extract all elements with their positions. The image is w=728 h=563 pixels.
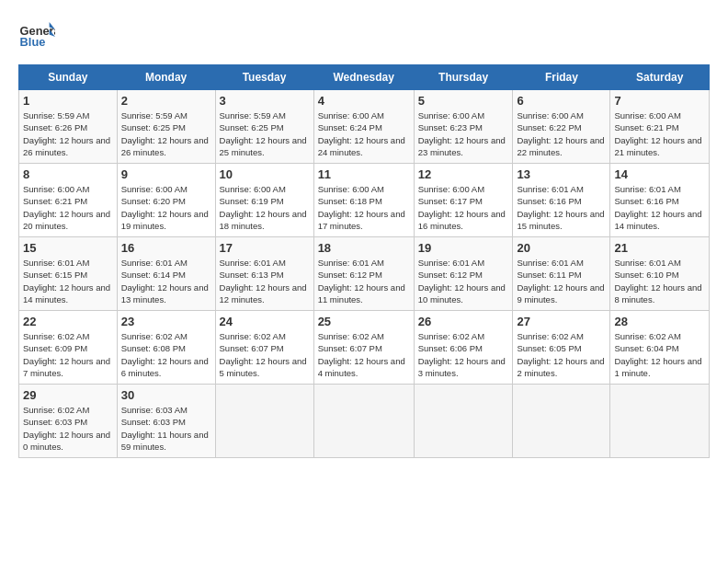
calendar-table: SundayMondayTuesdayWednesdayThursdayFrid… [18, 64, 710, 458]
day-number: 27 [517, 315, 606, 328]
day-detail: Sunrise: 6:03 AMSunset: 6:03 PMDaylight:… [121, 405, 209, 452]
logo: General Blue [18, 18, 60, 55]
day-number: 4 [318, 94, 410, 108]
calendar-cell: 15 Sunrise: 6:01 AMSunset: 6:15 PMDaylig… [19, 237, 118, 311]
calendar-cell: 26 Sunrise: 6:02 AMSunset: 6:06 PMDaylig… [414, 311, 513, 385]
calendar-cell: 16 Sunrise: 6:01 AMSunset: 6:14 PMDaylig… [117, 237, 215, 311]
day-number: 25 [318, 315, 410, 328]
day-number: 6 [517, 94, 606, 108]
day-detail: Sunrise: 6:02 AMSunset: 6:04 PMDaylight:… [614, 331, 701, 378]
calendar-cell: 30 Sunrise: 6:03 AMSunset: 6:03 PMDaylig… [117, 385, 215, 458]
day-number: 14 [614, 167, 705, 181]
calendar-cell: 1 Sunrise: 5:59 AMSunset: 6:26 PMDayligh… [19, 90, 118, 164]
day-number: 29 [23, 388, 113, 402]
day-detail: Sunrise: 6:00 AMSunset: 6:18 PMDaylight:… [318, 184, 405, 231]
header: General Blue [18, 18, 710, 55]
day-detail: Sunrise: 6:02 AMSunset: 6:06 PMDaylight:… [418, 331, 506, 378]
day-header-saturday: Saturday [610, 65, 710, 90]
calendar-header-row: SundayMondayTuesdayWednesdayThursdayFrid… [19, 65, 710, 90]
calendar-cell: 27 Sunrise: 6:02 AMSunset: 6:05 PMDaylig… [513, 311, 610, 385]
calendar-cell: 23 Sunrise: 6:02 AMSunset: 6:08 PMDaylig… [117, 311, 215, 385]
day-number: 13 [517, 167, 606, 181]
day-number: 9 [121, 167, 211, 181]
day-number: 28 [614, 315, 705, 328]
day-number: 12 [418, 167, 509, 181]
day-detail: Sunrise: 6:01 AMSunset: 6:13 PMDaylight:… [220, 258, 307, 304]
calendar-cell: 11 Sunrise: 6:00 AMSunset: 6:18 PMDaylig… [313, 164, 414, 237]
calendar-cell: 14 Sunrise: 6:01 AMSunset: 6:16 PMDaylig… [610, 164, 710, 237]
day-detail: Sunrise: 6:02 AMSunset: 6:07 PMDaylight:… [318, 331, 405, 378]
day-number: 22 [23, 315, 113, 328]
day-number: 17 [220, 241, 310, 255]
calendar-week-row: 8 Sunrise: 6:00 AMSunset: 6:21 PMDayligh… [19, 164, 710, 237]
calendar-cell: 21 Sunrise: 6:01 AMSunset: 6:10 PMDaylig… [610, 237, 710, 311]
day-detail: Sunrise: 6:00 AMSunset: 6:20 PMDaylight:… [121, 184, 209, 231]
day-detail: Sunrise: 6:01 AMSunset: 6:14 PMDaylight:… [121, 258, 209, 304]
calendar-cell [313, 385, 414, 458]
calendar-cell: 24 Sunrise: 6:02 AMSunset: 6:07 PMDaylig… [215, 311, 313, 385]
calendar-cell: 19 Sunrise: 6:01 AMSunset: 6:12 PMDaylig… [414, 237, 513, 311]
calendar-cell: 22 Sunrise: 6:02 AMSunset: 6:09 PMDaylig… [19, 311, 118, 385]
calendar-body: 1 Sunrise: 5:59 AMSunset: 6:26 PMDayligh… [19, 90, 710, 458]
logo-icon: General Blue [18, 18, 55, 55]
day-detail: Sunrise: 6:02 AMSunset: 6:09 PMDaylight:… [23, 331, 110, 378]
calendar-cell: 9 Sunrise: 6:00 AMSunset: 6:20 PMDayligh… [117, 164, 215, 237]
day-number: 3 [220, 94, 310, 108]
calendar-cell [215, 385, 313, 458]
day-detail: Sunrise: 5:59 AMSunset: 6:25 PMDaylight:… [121, 110, 209, 157]
day-number: 15 [23, 241, 113, 255]
calendar-week-row: 1 Sunrise: 5:59 AMSunset: 6:26 PMDayligh… [19, 90, 710, 164]
day-number: 21 [614, 241, 705, 255]
day-detail: Sunrise: 6:01 AMSunset: 6:11 PMDaylight:… [517, 258, 604, 304]
day-detail: Sunrise: 6:01 AMSunset: 6:10 PMDaylight:… [614, 258, 701, 304]
calendar-cell: 3 Sunrise: 5:59 AMSunset: 6:25 PMDayligh… [215, 90, 313, 164]
svg-text:Blue: Blue [20, 35, 46, 49]
day-detail: Sunrise: 6:02 AMSunset: 6:08 PMDaylight:… [121, 331, 209, 378]
day-header-thursday: Thursday [414, 65, 513, 90]
day-number: 2 [121, 94, 211, 108]
day-header-sunday: Sunday [19, 65, 118, 90]
day-number: 7 [614, 94, 705, 108]
calendar-cell: 5 Sunrise: 6:00 AMSunset: 6:23 PMDayligh… [414, 90, 513, 164]
calendar-cell [513, 385, 610, 458]
day-detail: Sunrise: 5:59 AMSunset: 6:26 PMDaylight:… [23, 110, 110, 157]
calendar-cell [414, 385, 513, 458]
day-number: 1 [23, 94, 113, 108]
calendar-week-row: 22 Sunrise: 6:02 AMSunset: 6:09 PMDaylig… [19, 311, 710, 385]
day-header-friday: Friday [513, 65, 610, 90]
day-detail: Sunrise: 6:00 AMSunset: 6:23 PMDaylight:… [418, 110, 506, 157]
calendar-cell: 17 Sunrise: 6:01 AMSunset: 6:13 PMDaylig… [215, 237, 313, 311]
calendar-cell: 4 Sunrise: 6:00 AMSunset: 6:24 PMDayligh… [313, 90, 414, 164]
calendar-cell: 18 Sunrise: 6:01 AMSunset: 6:12 PMDaylig… [313, 237, 414, 311]
calendar-cell: 2 Sunrise: 5:59 AMSunset: 6:25 PMDayligh… [117, 90, 215, 164]
day-header-wednesday: Wednesday [313, 65, 414, 90]
day-detail: Sunrise: 6:01 AMSunset: 6:12 PMDaylight:… [418, 258, 506, 304]
day-detail: Sunrise: 6:01 AMSunset: 6:15 PMDaylight:… [23, 258, 110, 304]
calendar-cell: 8 Sunrise: 6:00 AMSunset: 6:21 PMDayligh… [19, 164, 118, 237]
day-detail: Sunrise: 6:00 AMSunset: 6:24 PMDaylight:… [318, 110, 405, 157]
day-detail: Sunrise: 6:01 AMSunset: 6:16 PMDaylight:… [517, 184, 604, 231]
day-detail: Sunrise: 6:02 AMSunset: 6:07 PMDaylight:… [220, 331, 307, 378]
calendar-week-row: 15 Sunrise: 6:01 AMSunset: 6:15 PMDaylig… [19, 237, 710, 311]
day-number: 11 [318, 167, 410, 181]
day-number: 19 [418, 241, 509, 255]
day-detail: Sunrise: 6:02 AMSunset: 6:03 PMDaylight:… [23, 405, 110, 452]
day-number: 8 [23, 167, 113, 181]
day-detail: Sunrise: 6:00 AMSunset: 6:19 PMDaylight:… [220, 184, 307, 231]
calendar-week-row: 29 Sunrise: 6:02 AMSunset: 6:03 PMDaylig… [19, 385, 710, 458]
day-number: 5 [418, 94, 509, 108]
day-header-monday: Monday [117, 65, 215, 90]
calendar-cell: 28 Sunrise: 6:02 AMSunset: 6:04 PMDaylig… [610, 311, 710, 385]
day-number: 24 [220, 315, 310, 328]
calendar-cell: 6 Sunrise: 6:00 AMSunset: 6:22 PMDayligh… [513, 90, 610, 164]
calendar-cell: 10 Sunrise: 6:00 AMSunset: 6:19 PMDaylig… [215, 164, 313, 237]
day-number: 26 [418, 315, 509, 328]
day-detail: Sunrise: 6:00 AMSunset: 6:21 PMDaylight:… [614, 110, 701, 157]
day-detail: Sunrise: 6:00 AMSunset: 6:21 PMDaylight:… [23, 184, 110, 231]
day-detail: Sunrise: 6:00 AMSunset: 6:17 PMDaylight:… [418, 184, 506, 231]
day-number: 18 [318, 241, 410, 255]
day-number: 20 [517, 241, 606, 255]
day-number: 16 [121, 241, 211, 255]
calendar-cell: 25 Sunrise: 6:02 AMSunset: 6:07 PMDaylig… [313, 311, 414, 385]
day-header-tuesday: Tuesday [215, 65, 313, 90]
